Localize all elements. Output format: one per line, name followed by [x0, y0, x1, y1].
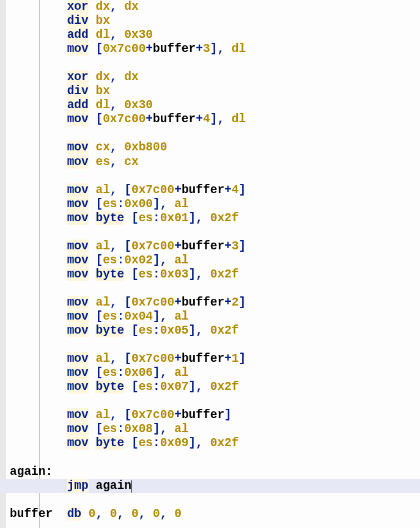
token-kw: add	[67, 28, 89, 42]
token-sym: [	[124, 296, 131, 309]
token-sym: :	[153, 380, 160, 394]
code-line[interactable]	[10, 493, 420, 507]
code-line[interactable]: div bx	[10, 84, 420, 98]
token-num: 0x2f	[210, 324, 239, 337]
code-line[interactable]	[10, 338, 420, 352]
code-line[interactable]: mov al, [0x7c00+buffer+2]	[10, 296, 420, 310]
token-reg: cx	[95, 141, 109, 154]
code-line[interactable]: mov [0x7c00+buffer+3], dl	[10, 42, 420, 56]
code-line[interactable]: mov [0x7c00+buffer+4], dl	[10, 112, 420, 127]
token-num: 3	[232, 240, 239, 253]
token-kw: mov	[67, 42, 89, 56]
code-line[interactable]: mov byte [es:0x07], 0x2f	[10, 380, 420, 394]
token-kw: mov	[67, 366, 89, 380]
token-sym: ,	[110, 155, 117, 169]
token-sym: +	[224, 296, 232, 309]
code-line[interactable]: mov al, [0x7c00+buffer+4]	[10, 183, 420, 197]
token-sym: +	[174, 408, 182, 422]
code-line[interactable]	[10, 127, 420, 141]
token-reg: al	[95, 408, 109, 422]
token-sym: ,	[110, 408, 117, 422]
code-line[interactable]: add dl, 0x30	[10, 28, 420, 42]
token-sym: +	[174, 183, 182, 197]
code-line[interactable]: mov byte [es:0x01], 0x2f	[10, 211, 420, 226]
token-reg: dx	[124, 70, 138, 84]
token-num: 0x7c00	[131, 240, 174, 253]
token-reg: al	[95, 183, 109, 197]
token-reg: dx	[95, 0, 109, 13]
token-sym: [	[124, 408, 131, 422]
token-sym: ],	[210, 112, 224, 126]
token-sym: :	[117, 254, 125, 267]
code-line[interactable]: mov es, cx	[10, 155, 420, 169]
token-sym: :	[153, 436, 160, 450]
code-line[interactable]: add dl, 0x30	[10, 98, 420, 112]
code-line[interactable]: mov [es:0x06], al	[10, 366, 420, 380]
token-sym: ,	[110, 28, 117, 42]
token-num: 0x7c00	[131, 183, 174, 197]
code-line[interactable]: mov [es:0x02], al	[10, 254, 420, 268]
token-num: 0xb800	[124, 141, 167, 154]
token-sym: [	[95, 366, 103, 380]
token-id: buffer	[10, 507, 53, 521]
token-num: 0	[174, 507, 182, 521]
token-sym: ],	[189, 268, 203, 281]
token-kw: mov	[67, 310, 89, 323]
token-reg: dl	[232, 112, 246, 126]
token-sym: :	[117, 197, 125, 211]
token-kw: mov	[67, 296, 89, 309]
text-cursor	[131, 480, 132, 493]
token-sym: ,	[110, 352, 117, 365]
token-sym: ],	[153, 366, 167, 380]
token-sym: ],	[189, 211, 203, 225]
token-num: 0	[153, 507, 160, 521]
token-sym: +	[174, 352, 182, 365]
code-line[interactable]	[10, 451, 420, 465]
token-sym: ]	[239, 296, 246, 309]
code-line[interactable]: div bx	[10, 14, 420, 28]
token-id: buffer	[182, 183, 224, 197]
token-sym: +	[196, 112, 203, 126]
token-kw: byte	[95, 268, 124, 281]
code-line[interactable]	[10, 226, 420, 240]
code-line[interactable]	[10, 169, 420, 183]
token-num: 2	[232, 296, 239, 309]
token-reg: al	[174, 197, 188, 211]
token-sym: :	[153, 268, 160, 281]
code-line[interactable]: again:	[10, 465, 420, 479]
code-line[interactable]: mov byte [es:0x05], 0x2f	[10, 324, 420, 338]
token-reg: al	[174, 366, 188, 380]
code-line[interactable]: mov byte [es:0x09], 0x2f	[10, 436, 420, 450]
token-reg: es	[103, 366, 117, 380]
token-num: 0x05	[160, 324, 189, 337]
token-sym: +	[174, 240, 182, 253]
code-line[interactable]: mov [es:0x08], al	[10, 422, 420, 436]
code-line[interactable]: mov al, [0x7c00+buffer+3]	[10, 240, 420, 254]
token-kw: mov	[67, 352, 89, 365]
code-line[interactable]: mov al, [0x7c00+buffer+1]	[10, 352, 420, 366]
code-line[interactable]: mov byte [es:0x03], 0x2f	[10, 268, 420, 282]
token-kw: mov	[67, 268, 89, 281]
token-num: 0x30	[124, 98, 153, 112]
token-sym: +	[224, 183, 232, 197]
code-line[interactable]: xor dx, dx	[10, 70, 420, 84]
token-sym: ],	[153, 197, 167, 211]
token-num: 0x7c00	[131, 352, 174, 365]
token-kw: db	[67, 507, 81, 521]
code-line[interactable]: jmp again	[0, 479, 420, 493]
code-line[interactable]: mov [es:0x00], al	[10, 197, 420, 211]
token-sym: [	[95, 254, 103, 267]
code-editor[interactable]: xor dx, dx div bx add dl, 0x30 mov [0x7c…	[10, 0, 420, 521]
code-line[interactable]: xor dx, dx	[10, 0, 420, 14]
token-sym: [	[124, 240, 131, 253]
token-kw: mov	[67, 112, 89, 126]
code-line[interactable]: mov al, [0x7c00+buffer]	[10, 408, 420, 422]
code-line[interactable]: mov cx, 0xb800	[10, 141, 420, 155]
code-line[interactable]	[10, 282, 420, 296]
token-sym: ,	[110, 141, 117, 154]
code-line[interactable]	[10, 394, 420, 408]
token-sym: ,	[95, 507, 103, 521]
code-line[interactable]	[10, 56, 420, 70]
code-line[interactable]: mov [es:0x04], al	[10, 310, 420, 324]
code-line[interactable]: buffer db 0, 0, 0, 0, 0	[10, 507, 420, 521]
